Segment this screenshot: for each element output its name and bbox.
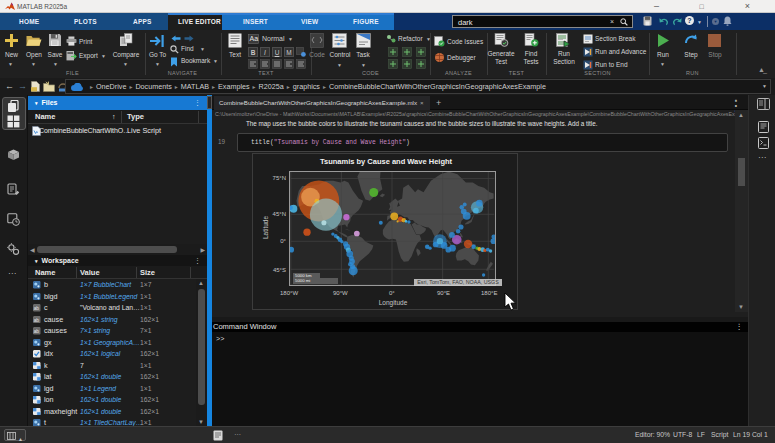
svg-text:ab: ab	[34, 329, 40, 334]
svg-text:ab: ab	[34, 306, 40, 311]
svg-text:Aa: Aa	[250, 35, 259, 42]
svg-text:ab: ab	[34, 317, 40, 322]
